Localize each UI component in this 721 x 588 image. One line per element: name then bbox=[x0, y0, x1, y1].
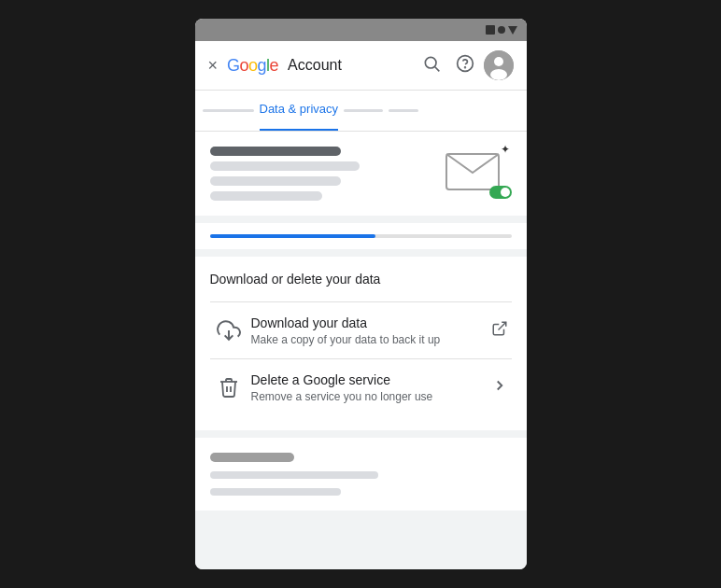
tab-bar-left bbox=[203, 109, 254, 112]
signal-icon bbox=[486, 25, 495, 35]
promo-line-2 bbox=[210, 161, 360, 171]
list-item[interactable]: Download your data Make a copy of your d… bbox=[210, 301, 512, 358]
wifi-icon bbox=[498, 26, 505, 34]
bottom-gray-line-2 bbox=[210, 488, 341, 496]
status-bar bbox=[195, 19, 527, 41]
svg-line-1 bbox=[434, 66, 439, 71]
envelope-illustration: ✦ bbox=[445, 147, 512, 199]
tab-bar-right1 bbox=[344, 109, 383, 112]
nav-tabs: Data & privacy bbox=[195, 91, 527, 132]
external-link-icon bbox=[488, 316, 512, 345]
progress-bar-fill bbox=[210, 234, 376, 238]
content-area: ✦ bbox=[195, 132, 527, 569]
status-icons bbox=[486, 25, 517, 35]
svg-point-3 bbox=[464, 66, 465, 67]
download-delete-card: Download or delete your data Download yo… bbox=[195, 257, 527, 430]
search-icon[interactable] bbox=[422, 54, 441, 77]
download-subtitle: Make a copy of your data to back it up bbox=[251, 333, 488, 346]
app-header: × Google Account bbox=[195, 41, 527, 91]
chevron-right-icon bbox=[488, 373, 512, 402]
svg-point-6 bbox=[490, 69, 507, 80]
help-icon[interactable] bbox=[456, 54, 474, 77]
battery-icon bbox=[508, 26, 517, 35]
bottom-gray-line-1 bbox=[210, 471, 378, 479]
promo-text-lines bbox=[210, 147, 445, 201]
download-title: Download your data bbox=[251, 315, 488, 330]
download-item-text: Download your data Make a copy of your d… bbox=[247, 315, 488, 346]
svg-point-5 bbox=[494, 57, 503, 66]
bottom-dark-line bbox=[210, 453, 294, 462]
svg-line-9 bbox=[498, 322, 505, 329]
promo-line-3 bbox=[210, 176, 341, 186]
account-label: Account bbox=[288, 57, 342, 74]
sparkle-icon: ✦ bbox=[501, 143, 510, 156]
delete-item-text: Delete a Google service Remove a service… bbox=[247, 372, 488, 403]
bottom-section bbox=[195, 438, 527, 511]
top-card: ✦ bbox=[195, 132, 527, 216]
toggle-enabled[interactable] bbox=[489, 186, 512, 199]
close-button[interactable]: × bbox=[208, 56, 219, 76]
delete-subtitle: Remove a service you no longer use bbox=[251, 390, 488, 403]
toggle-knob bbox=[501, 188, 510, 197]
promo-title-line bbox=[210, 147, 341, 156]
avatar[interactable] bbox=[484, 50, 514, 80]
outer-bg: × Google Account bbox=[0, 0, 721, 588]
progress-bar-background bbox=[210, 234, 512, 238]
tab-bar-right2 bbox=[389, 109, 418, 112]
list-item[interactable]: Delete a Google service Remove a service… bbox=[210, 358, 512, 415]
delete-title: Delete a Google service bbox=[251, 372, 488, 387]
phone-frame: × Google Account bbox=[195, 19, 527, 569]
section-title: Download or delete your data bbox=[210, 272, 512, 287]
download-cloud-icon bbox=[210, 312, 247, 349]
promo-line-4 bbox=[210, 191, 322, 201]
trash-icon bbox=[210, 369, 247, 406]
google-logo: Google bbox=[227, 56, 278, 76]
progress-section bbox=[195, 223, 527, 249]
tab-data-privacy[interactable]: Data & privacy bbox=[260, 91, 339, 131]
svg-point-0 bbox=[425, 57, 436, 68]
